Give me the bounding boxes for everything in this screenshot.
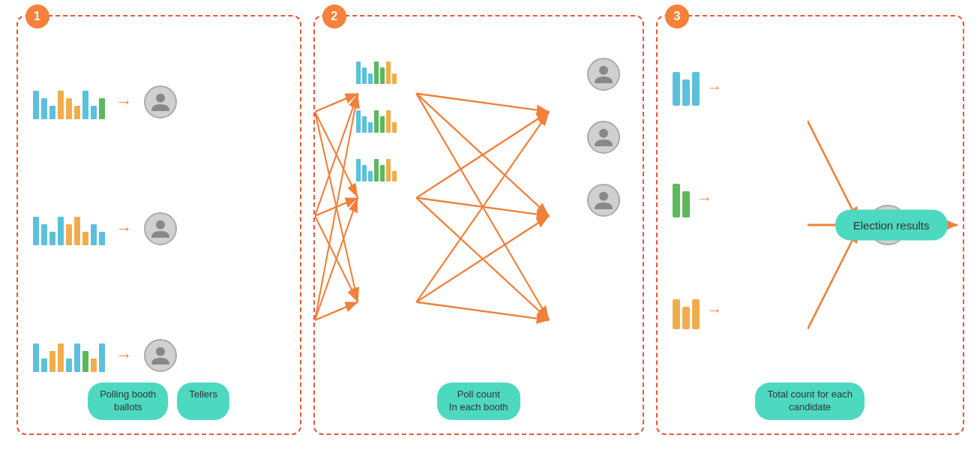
sec2-ballots-3	[356, 155, 397, 182]
section-1: 1 →	[16, 15, 301, 435]
svg-line-15	[416, 94, 549, 320]
section1-content: →	[33, 32, 285, 418]
section-3: 3 →	[656, 15, 964, 435]
sec3-candidate-bars: → → →	[673, 39, 722, 358]
sec2-teller-1	[587, 58, 620, 91]
arrow-1: →	[116, 92, 133, 112]
svg-line-14	[416, 94, 549, 216]
sec2-teller-2	[587, 121, 620, 154]
svg-line-10	[315, 94, 358, 320]
step-badge-1: 1	[25, 4, 49, 28]
svg-line-17	[416, 198, 549, 216]
svg-line-16	[416, 112, 549, 198]
svg-line-19	[416, 112, 549, 302]
svg-line-28	[808, 225, 860, 329]
sec2-teller-3	[587, 184, 620, 217]
svg-point-0	[156, 94, 165, 103]
section3-content: → → →	[673, 32, 948, 358]
svg-point-22	[599, 66, 608, 75]
sec2-ballots-1	[356, 58, 397, 84]
section1-labels: Polling booth ballots Tellers	[18, 382, 300, 420]
polling-booth-label: Polling booth ballots	[88, 382, 168, 420]
arrow-3: →	[116, 346, 133, 365]
svg-point-2	[156, 346, 165, 356]
svg-line-21	[416, 302, 549, 320]
svg-line-11	[315, 198, 358, 320]
ballot-bars-3	[33, 338, 105, 372]
svg-point-24	[599, 192, 608, 201]
svg-line-20	[416, 216, 549, 302]
svg-line-9	[315, 216, 358, 302]
tellers-label: Tellers	[177, 382, 229, 420]
svg-line-7	[315, 94, 358, 216]
svg-line-8	[315, 198, 358, 216]
booth-row-2: →	[33, 212, 285, 245]
section2-labels: Poll count In each booth	[315, 382, 643, 420]
arrow-cand3: →	[707, 302, 722, 319]
election-results-box: Election results	[835, 210, 948, 241]
booth-row-1: →	[33, 86, 285, 119]
step-badge-2: 2	[322, 4, 346, 28]
sec2-ballots-2	[356, 106, 397, 133]
arrow-cand1: →	[707, 79, 722, 96]
teller-icon-3	[144, 339, 177, 372]
arrow-2: →	[116, 219, 133, 238]
poll-count-label: Poll count In each booth	[437, 382, 520, 420]
booth-row-3: →	[33, 338, 285, 372]
section3-labels: Total count for each candidate	[658, 382, 963, 420]
ballot-bars-1	[33, 86, 105, 119]
teller-icon-2	[144, 212, 177, 245]
step-badge-3: 3	[665, 4, 689, 28]
svg-line-13	[416, 94, 549, 112]
svg-line-6	[315, 112, 358, 302]
section-2: 2	[313, 15, 644, 435]
svg-line-4	[315, 94, 358, 112]
teller-icon-1	[144, 86, 177, 118]
total-count-label: Total count for each candidate	[755, 382, 864, 420]
ballot-bars-2	[33, 212, 105, 245]
svg-point-23	[599, 129, 608, 138]
svg-point-1	[156, 220, 165, 230]
arrow-cand2: →	[697, 190, 712, 207]
svg-line-18	[416, 198, 549, 320]
svg-line-12	[315, 302, 358, 320]
svg-line-5	[315, 112, 358, 198]
main-container: 1 →	[10, 15, 970, 435]
